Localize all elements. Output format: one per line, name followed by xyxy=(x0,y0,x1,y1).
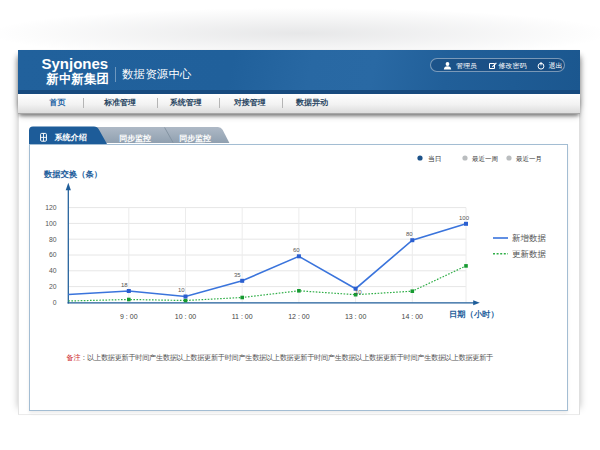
svg-text:11 : 00: 11 : 00 xyxy=(232,313,253,320)
svg-text:60: 60 xyxy=(49,251,57,258)
svg-text:日期（小时）: 日期（小时） xyxy=(449,309,499,319)
svg-text:10 : 00: 10 : 00 xyxy=(175,313,197,320)
svg-text:12 : 00: 12 : 00 xyxy=(288,313,310,320)
svg-text:当日: 当日 xyxy=(428,155,442,163)
svg-text:18: 18 xyxy=(121,282,128,288)
svg-text:最近一月: 最近一月 xyxy=(516,155,542,163)
svg-text:120: 120 xyxy=(45,204,57,211)
svg-text:0: 0 xyxy=(53,299,57,306)
svg-text:13 : 00: 13 : 00 xyxy=(345,313,367,320)
svg-text:新增数据: 新增数据 xyxy=(512,233,547,243)
svg-text:20: 20 xyxy=(49,283,57,290)
svg-text:35: 35 xyxy=(234,272,241,278)
svg-text:最近一周: 最近一周 xyxy=(472,155,498,162)
svg-text:80: 80 xyxy=(406,231,413,237)
svg-text:9 : 00: 9 : 00 xyxy=(120,313,138,320)
svg-text:10: 10 xyxy=(355,289,362,295)
svg-text:60: 60 xyxy=(293,247,300,253)
svg-text:100: 100 xyxy=(45,220,57,227)
svg-text:80: 80 xyxy=(49,236,57,243)
svg-text:10: 10 xyxy=(178,287,185,293)
svg-text:40: 40 xyxy=(49,267,57,274)
svg-text:100: 100 xyxy=(459,215,470,221)
svg-text:更新数据: 更新数据 xyxy=(512,249,547,259)
svg-text:数据交换（条）: 数据交换（条） xyxy=(43,169,102,179)
svg-text:14 : 00: 14 : 00 xyxy=(402,313,424,320)
